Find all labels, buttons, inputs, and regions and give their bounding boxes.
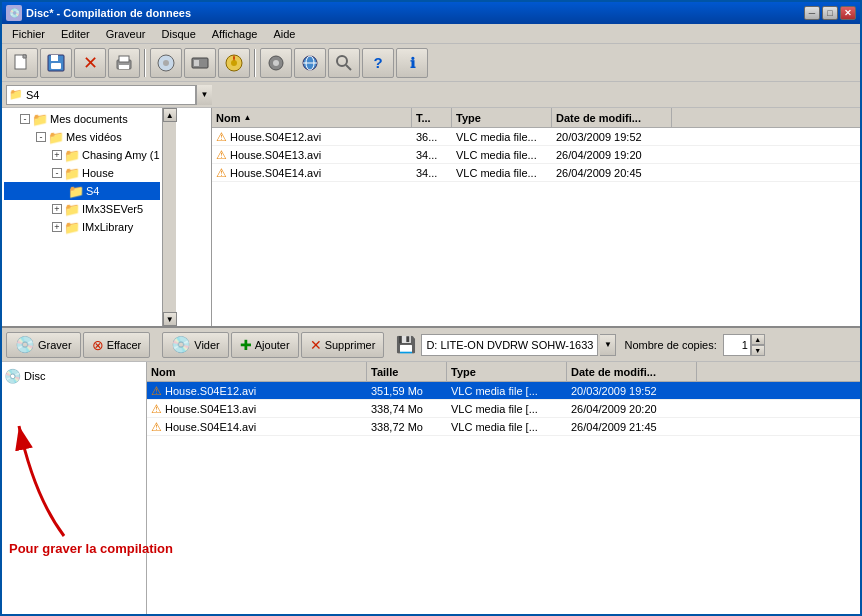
menu-editer[interactable]: Editer bbox=[53, 26, 98, 42]
expand-imx3sever5[interactable]: + bbox=[52, 204, 62, 214]
copies-up[interactable]: ▲ bbox=[751, 334, 765, 345]
minimize-button[interactable]: ─ bbox=[804, 6, 820, 20]
disc-file-row-1[interactable]: ⚠House.S04E12.avi 351,59 Mo VLC media fi… bbox=[147, 382, 860, 400]
window-controls: ─ □ ✕ bbox=[804, 6, 856, 20]
disc-col-header-type[interactable]: Type bbox=[447, 362, 567, 381]
disc-col-size-label: Taille bbox=[371, 366, 398, 378]
svg-line-21 bbox=[346, 65, 351, 70]
disc-col-header-date[interactable]: Date de modifi... bbox=[567, 362, 697, 381]
burn-btn-1[interactable] bbox=[150, 48, 182, 78]
file-list: Nom ▲ T... Type Date de modifi... ⚠House… bbox=[212, 108, 860, 326]
app-icon: 💿 bbox=[6, 5, 22, 21]
disc-tree-icon: 💿 bbox=[4, 368, 21, 384]
menu-fichier[interactable]: Fichier bbox=[4, 26, 53, 42]
file-row-2[interactable]: ⚠House.S04E13.avi 34... VLC media file..… bbox=[212, 146, 860, 164]
col-header-type[interactable]: Type bbox=[452, 108, 552, 127]
info-btn[interactable]: ℹ bbox=[396, 48, 428, 78]
expand-imxlibrary[interactable]: + bbox=[52, 222, 62, 232]
disc-file-row-3[interactable]: ⚠House.S04E14.avi 338,72 Mo VLC media fi… bbox=[147, 418, 860, 436]
expand-mes-documents[interactable]: - bbox=[20, 114, 30, 124]
supprimer-button[interactable]: ✕ Supprimer bbox=[301, 332, 385, 358]
expand-chasing-amy[interactable]: + bbox=[52, 150, 62, 160]
svg-point-20 bbox=[337, 56, 347, 66]
file-date-2: 26/04/2009 19:20 bbox=[552, 149, 672, 161]
file-name-2: ⚠House.S04E13.avi bbox=[212, 148, 412, 162]
file-t-2: 34... bbox=[412, 149, 452, 161]
folder-icon-chasing-amy: 📁 bbox=[64, 148, 80, 163]
globe-btn[interactable] bbox=[294, 48, 326, 78]
folder-combo[interactable]: 📁 S4 bbox=[6, 85, 196, 105]
file-type-1: VLC media file... bbox=[452, 131, 552, 143]
folder-icon: 📁 bbox=[9, 88, 23, 101]
address-bar: 📁 S4 ▼ bbox=[2, 82, 860, 108]
disc-file-row-2[interactable]: ⚠House.S04E13.avi 338,74 Mo VLC media fi… bbox=[147, 400, 860, 418]
disc-file-date-2: 26/04/2009 20:20 bbox=[567, 403, 697, 415]
drive-icon: 💾 bbox=[396, 335, 416, 354]
menu-affichage[interactable]: Affichage bbox=[204, 26, 266, 42]
search-btn[interactable] bbox=[328, 48, 360, 78]
tree-s4[interactable]: 📁 S4 bbox=[4, 182, 160, 200]
help-btn[interactable]: ? bbox=[362, 48, 394, 78]
disc-file-header: Nom Taille Type Date de modifi... bbox=[147, 362, 860, 382]
svg-point-10 bbox=[163, 60, 169, 66]
close-button[interactable]: ✕ bbox=[840, 6, 856, 20]
maximize-button[interactable]: □ bbox=[822, 6, 838, 20]
disc-col-header-size[interactable]: Taille bbox=[367, 362, 447, 381]
disc-file-icon-1: ⚠ bbox=[151, 384, 162, 398]
disc-col-type-label: Type bbox=[451, 366, 476, 378]
menu-bar: Fichier Editer Graveur Disque Affichage … bbox=[2, 24, 860, 44]
copies-down[interactable]: ▼ bbox=[751, 345, 765, 356]
disc-tree-item[interactable]: 💿 Disc bbox=[4, 366, 144, 386]
file-row-3[interactable]: ⚠House.S04E14.avi 34... VLC media file..… bbox=[212, 164, 860, 182]
tree-chasing-amy[interactable]: + 📁 Chasing Amy (1 bbox=[4, 146, 160, 164]
scroll-up-btn[interactable]: ▲ bbox=[163, 108, 177, 122]
annotation-text: Pour graver la compilation bbox=[9, 541, 173, 556]
settings-btn[interactable] bbox=[260, 48, 292, 78]
graver-label: Graver bbox=[38, 339, 72, 351]
graver-button[interactable]: 💿 Graver bbox=[6, 332, 81, 358]
col-header-nom[interactable]: Nom ▲ bbox=[212, 108, 412, 127]
disc-col-date-label: Date de modifi... bbox=[571, 366, 656, 378]
expand-mes-videos[interactable]: - bbox=[36, 132, 46, 142]
file-date-1: 20/03/2009 19:52 bbox=[552, 131, 672, 143]
disc-file-date-1: 20/03/2009 19:52 bbox=[567, 385, 697, 397]
folder-icon-s4: 📁 bbox=[68, 184, 84, 199]
file-type-2: VLC media file... bbox=[452, 149, 552, 161]
burn-btn-2[interactable] bbox=[184, 48, 216, 78]
scroll-down-btn[interactable]: ▼ bbox=[163, 312, 177, 326]
expand-house[interactable]: - bbox=[52, 168, 62, 178]
col-header-date[interactable]: Date de modifi... bbox=[552, 108, 672, 127]
file-row-1[interactable]: ⚠House.S04E12.avi 36... VLC media file..… bbox=[212, 128, 860, 146]
tree-mes-documents[interactable]: - 📁 Mes documents bbox=[4, 110, 160, 128]
effacer-button[interactable]: ⊗ Effacer bbox=[83, 332, 151, 358]
print-button[interactable] bbox=[108, 48, 140, 78]
tree-panel: - 📁 Mes documents - 📁 Mes vidéos + 📁 Cha… bbox=[2, 108, 212, 326]
vider-button[interactable]: 💿 Vider bbox=[162, 332, 228, 358]
disc-col-nom-label: Nom bbox=[151, 366, 175, 378]
folder-combo-arrow[interactable]: ▼ bbox=[196, 85, 212, 105]
tree-imx3sever5[interactable]: + 📁 IMx3SEVer5 bbox=[4, 200, 160, 218]
ajouter-button[interactable]: ✚ Ajouter bbox=[231, 332, 299, 358]
sep1 bbox=[144, 49, 146, 77]
disc-file-icon-3: ⚠ bbox=[151, 420, 162, 434]
copies-input[interactable]: 1 bbox=[723, 334, 751, 356]
menu-graveur[interactable]: Graveur bbox=[98, 26, 154, 42]
disc-files: Nom Taille Type Date de modifi... ⚠House… bbox=[147, 362, 860, 616]
save-button[interactable] bbox=[40, 48, 72, 78]
menu-aide[interactable]: Aide bbox=[265, 26, 303, 42]
drive-select-arrow[interactable]: ▼ bbox=[600, 334, 616, 356]
burn-btn-3[interactable] bbox=[218, 48, 250, 78]
disc-col-header-nom[interactable]: Nom bbox=[147, 362, 367, 381]
drive-select[interactable]: D: LITE-ON DVDRW SOHW-1633 bbox=[421, 334, 598, 356]
tree-house[interactable]: - 📁 House bbox=[4, 164, 160, 182]
tree-imxlibrary[interactable]: + 📁 IMxLibrary bbox=[4, 218, 160, 236]
supprimer-label: Supprimer bbox=[325, 339, 376, 351]
col-date-label: Date de modifi... bbox=[556, 112, 641, 124]
svg-rect-12 bbox=[194, 60, 199, 66]
delete-button[interactable]: ✕ bbox=[74, 48, 106, 78]
tree-mes-videos[interactable]: - 📁 Mes vidéos bbox=[4, 128, 160, 146]
folder-icon-mes-videos: 📁 bbox=[48, 130, 64, 145]
col-header-t[interactable]: T... bbox=[412, 108, 452, 127]
menu-disque[interactable]: Disque bbox=[154, 26, 204, 42]
new-button[interactable] bbox=[6, 48, 38, 78]
